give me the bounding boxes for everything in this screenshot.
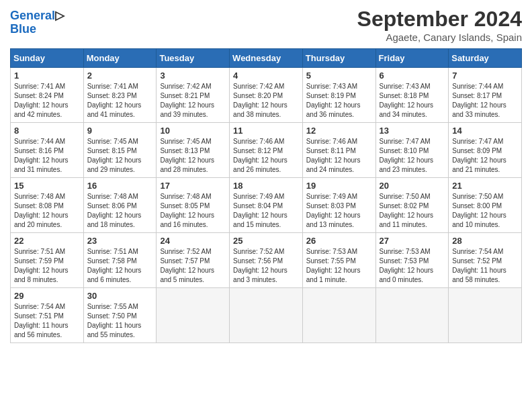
day-number: 11 (233, 126, 299, 136)
logo-text2: Blue (10, 23, 64, 36)
week-row-3: 15Sunrise: 7:48 AMSunset: 8:08 PMDayligh… (11, 178, 522, 233)
day-number: 26 (306, 236, 372, 246)
week-row-1: 1Sunrise: 7:41 AMSunset: 8:24 PMDaylight… (11, 68, 522, 123)
day-info: Sunrise: 7:43 AMSunset: 8:18 PMDaylight:… (380, 82, 445, 120)
col-header-tuesday: Tuesday (157, 49, 230, 68)
day-number: 3 (160, 71, 226, 81)
day-number: 27 (380, 236, 445, 246)
day-cell: 14Sunrise: 7:47 AMSunset: 8:09 PMDayligh… (449, 123, 522, 178)
day-cell: 21Sunrise: 7:50 AMSunset: 8:00 PMDayligh… (449, 178, 522, 233)
day-info: Sunrise: 7:50 AMSunset: 8:00 PMDaylight:… (452, 192, 518, 230)
day-info: Sunrise: 7:49 AMSunset: 8:04 PMDaylight:… (233, 192, 299, 230)
day-cell: 16Sunrise: 7:48 AMSunset: 8:06 PMDayligh… (83, 178, 157, 233)
day-cell: 4Sunrise: 7:42 AMSunset: 8:20 PMDaylight… (230, 68, 303, 123)
calendar-table: SundayMondayTuesdayWednesdayThursdayFrid… (10, 48, 522, 343)
day-cell (230, 288, 303, 343)
day-cell: 2Sunrise: 7:41 AMSunset: 8:23 PMDaylight… (83, 68, 157, 123)
day-info: Sunrise: 7:51 AMSunset: 7:59 PMDaylight:… (14, 247, 80, 285)
day-number: 17 (160, 181, 226, 191)
day-number: 20 (380, 181, 445, 191)
day-info: Sunrise: 7:47 AMSunset: 8:10 PMDaylight:… (380, 137, 445, 175)
day-cell: 22Sunrise: 7:51 AMSunset: 7:59 PMDayligh… (11, 233, 84, 288)
day-info: Sunrise: 7:48 AMSunset: 8:05 PMDaylight:… (160, 192, 226, 230)
col-header-sunday: Sunday (11, 49, 84, 68)
day-number: 13 (380, 126, 445, 136)
day-number: 14 (452, 126, 518, 136)
day-cell: 6Sunrise: 7:43 AMSunset: 8:18 PMDaylight… (375, 68, 449, 123)
day-info: Sunrise: 7:53 AMSunset: 7:55 PMDaylight:… (306, 247, 372, 285)
day-number: 22 (14, 236, 80, 246)
day-number: 16 (87, 181, 153, 191)
day-cell: 17Sunrise: 7:48 AMSunset: 8:05 PMDayligh… (157, 178, 230, 233)
day-number: 7 (452, 71, 518, 81)
day-info: Sunrise: 7:52 AMSunset: 7:57 PMDaylight:… (160, 247, 226, 285)
day-cell: 8Sunrise: 7:44 AMSunset: 8:16 PMDaylight… (11, 123, 84, 178)
day-info: Sunrise: 7:45 AMSunset: 8:13 PMDaylight:… (160, 137, 226, 175)
day-cell: 24Sunrise: 7:52 AMSunset: 7:57 PMDayligh… (157, 233, 230, 288)
col-header-friday: Friday (375, 49, 449, 68)
day-cell: 19Sunrise: 7:49 AMSunset: 8:03 PMDayligh… (302, 178, 375, 233)
day-cell: 28Sunrise: 7:54 AMSunset: 7:52 PMDayligh… (449, 233, 522, 288)
day-info: Sunrise: 7:51 AMSunset: 7:58 PMDaylight:… (87, 247, 153, 285)
day-number: 21 (452, 181, 518, 191)
day-cell (375, 288, 449, 343)
day-cell: 25Sunrise: 7:52 AMSunset: 7:56 PMDayligh… (230, 233, 303, 288)
logo-text: General▷ (10, 9, 64, 23)
day-number: 28 (452, 236, 518, 246)
day-info: Sunrise: 7:44 AMSunset: 8:17 PMDaylight:… (452, 82, 518, 120)
day-number: 23 (87, 236, 153, 246)
day-number: 30 (87, 291, 153, 301)
day-info: Sunrise: 7:46 AMSunset: 8:11 PMDaylight:… (306, 137, 372, 175)
day-cell: 7Sunrise: 7:44 AMSunset: 8:17 PMDaylight… (449, 68, 522, 123)
day-number: 6 (380, 71, 445, 81)
col-header-thursday: Thursday (302, 49, 375, 68)
col-header-wednesday: Wednesday (230, 49, 303, 68)
day-cell (449, 288, 522, 343)
day-info: Sunrise: 7:41 AMSunset: 8:23 PMDaylight:… (87, 82, 153, 120)
day-cell: 12Sunrise: 7:46 AMSunset: 8:11 PMDayligh… (302, 123, 375, 178)
day-info: Sunrise: 7:49 AMSunset: 8:03 PMDaylight:… (306, 192, 372, 230)
day-number: 24 (160, 236, 226, 246)
col-header-saturday: Saturday (449, 49, 522, 68)
day-cell: 15Sunrise: 7:48 AMSunset: 8:08 PMDayligh… (11, 178, 84, 233)
day-cell: 27Sunrise: 7:53 AMSunset: 7:53 PMDayligh… (375, 233, 449, 288)
day-number: 5 (306, 71, 372, 81)
week-row-4: 22Sunrise: 7:51 AMSunset: 7:59 PMDayligh… (11, 233, 522, 288)
day-cell: 20Sunrise: 7:50 AMSunset: 8:02 PMDayligh… (375, 178, 449, 233)
location-subtitle: Agaete, Canary Islands, Spain (357, 32, 522, 43)
day-number: 4 (233, 71, 299, 81)
day-info: Sunrise: 7:45 AMSunset: 8:15 PMDaylight:… (87, 137, 153, 175)
day-number: 8 (14, 126, 80, 136)
day-number: 10 (160, 126, 226, 136)
week-row-5: 29Sunrise: 7:54 AMSunset: 7:51 PMDayligh… (11, 288, 522, 343)
day-info: Sunrise: 7:43 AMSunset: 8:19 PMDaylight:… (306, 82, 372, 120)
day-cell (157, 288, 230, 343)
day-cell: 13Sunrise: 7:47 AMSunset: 8:10 PMDayligh… (375, 123, 449, 178)
title-block: September 2024 Agaete, Canary Islands, S… (357, 7, 522, 43)
day-info: Sunrise: 7:48 AMSunset: 8:08 PMDaylight:… (14, 192, 80, 230)
day-number: 2 (87, 71, 153, 81)
day-cell: 5Sunrise: 7:43 AMSunset: 8:19 PMDaylight… (302, 68, 375, 123)
header: General▷ Blue September 2024 Agaete, Can… (10, 7, 522, 43)
day-cell: 18Sunrise: 7:49 AMSunset: 8:04 PMDayligh… (230, 178, 303, 233)
day-number: 15 (14, 181, 80, 191)
day-cell: 23Sunrise: 7:51 AMSunset: 7:58 PMDayligh… (83, 233, 157, 288)
day-info: Sunrise: 7:41 AMSunset: 8:24 PMDaylight:… (14, 82, 80, 120)
day-cell: 10Sunrise: 7:45 AMSunset: 8:13 PMDayligh… (157, 123, 230, 178)
day-info: Sunrise: 7:54 AMSunset: 7:52 PMDaylight:… (452, 247, 518, 285)
month-year-title: September 2024 (357, 7, 522, 32)
day-cell (302, 288, 375, 343)
day-info: Sunrise: 7:44 AMSunset: 8:16 PMDaylight:… (14, 137, 80, 175)
week-row-2: 8Sunrise: 7:44 AMSunset: 8:16 PMDaylight… (11, 123, 522, 178)
day-cell: 29Sunrise: 7:54 AMSunset: 7:51 PMDayligh… (11, 288, 84, 343)
day-number: 19 (306, 181, 372, 191)
day-info: Sunrise: 7:47 AMSunset: 8:09 PMDaylight:… (452, 137, 518, 175)
day-cell: 26Sunrise: 7:53 AMSunset: 7:55 PMDayligh… (302, 233, 375, 288)
day-cell: 9Sunrise: 7:45 AMSunset: 8:15 PMDaylight… (83, 123, 157, 178)
day-info: Sunrise: 7:46 AMSunset: 8:12 PMDaylight:… (233, 137, 299, 175)
day-cell: 1Sunrise: 7:41 AMSunset: 8:24 PMDaylight… (11, 68, 84, 123)
day-cell: 3Sunrise: 7:42 AMSunset: 8:21 PMDaylight… (157, 68, 230, 123)
day-cell: 30Sunrise: 7:55 AMSunset: 7:50 PMDayligh… (83, 288, 157, 343)
day-number: 25 (233, 236, 299, 246)
col-header-monday: Monday (83, 49, 157, 68)
